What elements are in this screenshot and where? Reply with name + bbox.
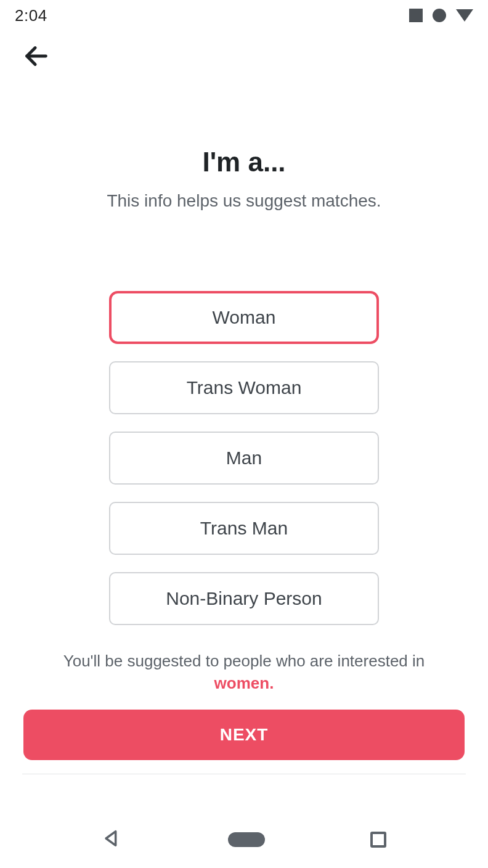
option-label: Trans Man xyxy=(200,518,288,539)
page-subtitle: This info helps us suggest matches. xyxy=(22,191,466,211)
option-label: Non-Binary Person xyxy=(166,588,322,609)
back-arrow-icon[interactable] xyxy=(22,62,51,72)
hint-accent: women. xyxy=(214,674,274,692)
status-circle-icon xyxy=(433,9,446,22)
option-trans-woman[interactable]: Trans Woman xyxy=(109,361,379,414)
suggestion-hint: You'll be suggested to people who are in… xyxy=(22,650,466,695)
next-button[interactable]: NEXT xyxy=(23,710,465,760)
main-content: I'm a... This info helps us suggest matc… xyxy=(0,73,488,774)
option-label: Woman xyxy=(213,307,276,328)
page-title: I'm a... xyxy=(22,147,466,178)
status-triangle-icon xyxy=(456,9,473,22)
option-label: Trans Woman xyxy=(187,377,302,398)
gender-options: Woman Trans Woman Man Trans Man Non-Bina… xyxy=(22,291,466,625)
nav-recent-icon[interactable] xyxy=(370,832,386,848)
option-man[interactable]: Man xyxy=(109,432,379,485)
status-square-icon xyxy=(409,9,423,22)
hint-prefix: You'll be suggested to people who are in… xyxy=(63,652,425,670)
system-nav-bar xyxy=(0,811,488,868)
option-non-binary[interactable]: Non-Binary Person xyxy=(109,572,379,625)
divider xyxy=(22,774,466,774)
app-header xyxy=(0,31,488,73)
svg-marker-1 xyxy=(106,832,116,846)
nav-home-icon[interactable] xyxy=(228,832,265,847)
status-icons xyxy=(409,9,473,22)
option-woman[interactable]: Woman xyxy=(109,291,379,344)
nav-back-icon[interactable] xyxy=(102,828,123,851)
status-bar: 2:04 xyxy=(0,0,488,31)
status-time: 2:04 xyxy=(15,6,47,25)
next-button-label: NEXT xyxy=(220,725,269,745)
option-label: Man xyxy=(226,448,262,469)
option-trans-man[interactable]: Trans Man xyxy=(109,502,379,555)
